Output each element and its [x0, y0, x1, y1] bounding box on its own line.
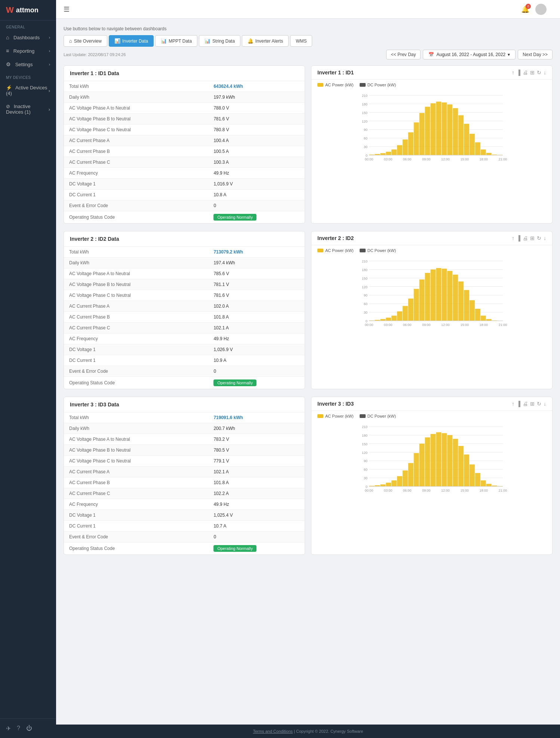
row-value: 1,016.9 V	[208, 179, 305, 190]
inverter-section-3: Inverter 3 : ID3 Data Total kWh 719091.6…	[64, 397, 553, 555]
active-devices-icon: ⚡	[6, 85, 12, 90]
svg-text:210: 210	[362, 259, 367, 263]
svg-rect-70	[397, 311, 402, 321]
chart-header-inv1: Inverter 1 : ID1 ↑ ▐ 🖨 ⊞ ↻ ↓	[311, 66, 552, 80]
inverter-data-icon: 📊	[114, 38, 120, 44]
btn-mppt-data[interactable]: 📊 MPPT Data	[155, 35, 197, 47]
row-label: AC Current Phase A	[64, 135, 208, 146]
chevron-settings: ›	[49, 62, 50, 67]
svg-rect-133	[475, 473, 480, 486]
chart-refresh-icon[interactable]: ↻	[537, 70, 541, 76]
chart-title-inv2: Inverter 2 : ID2	[317, 235, 354, 241]
chart-bar-icon[interactable]: ▐	[517, 235, 520, 241]
row-label: AC Voltage Phase C to Neutral	[64, 456, 208, 467]
btn-inverter-data[interactable]: 📊 Inverter Data	[109, 35, 154, 47]
chart-grid-icon[interactable]: ⊞	[530, 70, 535, 76]
legend-ac-label: AC Power (kW)	[325, 248, 354, 253]
sidebar-item-dashboards[interactable]: ⌂ Dashboards ›	[0, 31, 56, 44]
svg-text:12:00: 12:00	[441, 489, 450, 492]
logo: W attmon	[0, 0, 56, 21]
row-label: AC Voltage Phase B to Neutral	[64, 279, 208, 290]
data-table-inv2: Total kWh 713079.2 kWh Daily kWh 197.4 k…	[64, 247, 305, 389]
chart-grid-icon[interactable]: ⊞	[530, 401, 535, 407]
row-label: Daily kWh	[64, 258, 208, 268]
svg-rect-84	[475, 309, 480, 321]
chart-upload-icon[interactable]: ↑	[512, 70, 514, 76]
table-row: DC Voltage 1 1,026.9 V	[64, 344, 305, 355]
svg-rect-23	[408, 132, 413, 155]
chart-grid-icon[interactable]: ⊞	[530, 235, 535, 241]
btn-wms[interactable]: WMS	[290, 35, 312, 47]
prev-day-button[interactable]: << Prev Day	[386, 50, 421, 59]
svg-text:21:00: 21:00	[499, 489, 507, 492]
table-row: Event & Error Code 0	[64, 532, 305, 542]
sidebar-item-active-devices[interactable]: ⚡ Active Devices (4) ›	[0, 81, 56, 100]
table-row: AC Voltage Phase A to Neutral 785.6 V	[64, 268, 305, 279]
svg-text:18:00: 18:00	[480, 157, 488, 161]
sidebar-item-reporting[interactable]: ≡ Reporting ›	[0, 44, 56, 58]
table-row: Daily kWh 197.4 kWh	[64, 258, 305, 268]
chart-print-icon[interactable]: 🖨	[523, 235, 528, 241]
chart-print-icon[interactable]: 🖨	[523, 70, 528, 76]
row-label: Daily kWh	[64, 423, 208, 434]
row-label: AC Current Phase A	[64, 301, 208, 312]
row-label: Daily kWh	[64, 92, 208, 103]
chart-refresh-icon[interactable]: ↻	[537, 401, 541, 407]
chart-refresh-icon[interactable]: ↻	[537, 235, 541, 241]
legend-dc-color	[360, 414, 366, 418]
chart-download-icon[interactable]: ↓	[544, 235, 546, 241]
table-row: AC Voltage Phase C to Neutral 780.8 V	[64, 124, 305, 135]
row-value: 779.1 V	[208, 456, 305, 467]
chevron-reporting: ›	[49, 49, 50, 53]
row-value: 785.6 V	[208, 268, 305, 279]
svg-rect-73	[414, 289, 419, 321]
btn-site-overview[interactable]: ⌂ Site Overview	[64, 35, 107, 47]
table-row: AC Current Phase B 101.8 A	[64, 477, 305, 488]
btn-mppt-data-label: MPPT Data	[169, 39, 192, 44]
chart-upload-icon[interactable]: ↑	[512, 401, 514, 407]
row-label: Total kWh	[64, 247, 208, 258]
notification-bell[interactable]: 🔔 0	[521, 5, 529, 13]
help-icon[interactable]: ?	[17, 725, 20, 732]
chart-bar-icon[interactable]: ▐	[517, 70, 520, 76]
table-row: Operating Status Code Operating Normally	[64, 542, 305, 555]
send-icon[interactable]: ✈	[6, 725, 11, 732]
table-row: DC Current 1 10.7 A	[64, 521, 305, 532]
bold-value: 719091.6 kWh	[213, 415, 243, 420]
hamburger-button[interactable]: ☰	[64, 5, 70, 13]
date-dropdown-icon: ▾	[508, 52, 510, 57]
svg-text:120: 120	[362, 285, 367, 289]
sidebar-item-settings[interactable]: ⚙ Settings ›	[0, 58, 56, 71]
svg-rect-67	[380, 319, 385, 321]
svg-rect-83	[470, 300, 475, 321]
next-day-button[interactable]: Next Day >>	[518, 50, 553, 59]
footer-terms-link[interactable]: Terms and Conditions	[253, 729, 293, 734]
svg-rect-122	[414, 453, 419, 486]
table-row: DC Voltage 1 1,016.9 V	[64, 179, 305, 190]
row-value: 781.6 V	[208, 114, 305, 124]
chart-download-icon[interactable]: ↓	[544, 70, 546, 76]
table-row: Total kWh 719091.6 kWh	[64, 412, 305, 423]
power-icon[interactable]: ⏻	[26, 725, 32, 732]
data-table-inv1: Total kWh 643624.4 kWh Daily kWh 197.9 k…	[64, 81, 305, 223]
btn-string-data[interactable]: 📊 String Data	[199, 35, 240, 47]
date-display[interactable]: 📅 August 16, 2022 - August 16, 2022 ▾	[423, 50, 516, 59]
sidebar-item-inactive-devices[interactable]: ⊘ Inactive Devices (1) ›	[0, 100, 56, 119]
chart-download-icon[interactable]: ↓	[544, 401, 546, 407]
row-value: Operating Normally	[208, 377, 305, 389]
btn-inverter-alerts[interactable]: 🔔 Inverter Alerts	[242, 35, 289, 47]
string-icon: 📊	[204, 38, 210, 44]
row-label: Operating Status Code	[64, 542, 208, 555]
chart-upload-icon[interactable]: ↑	[512, 235, 514, 241]
chart-bar-icon[interactable]: ▐	[517, 401, 520, 407]
svg-text:30: 30	[364, 476, 367, 480]
chart-print-icon[interactable]: 🖨	[523, 401, 528, 407]
svg-text:0: 0	[366, 485, 367, 489]
chart-card-inv1: Inverter 1 : ID1 ↑ ▐ 🖨 ⊞ ↻ ↓ AC Power (k…	[311, 65, 553, 224]
row-label: DC Current 1	[64, 190, 208, 200]
general-section-label: GENERAL	[0, 21, 56, 31]
svg-text:210: 210	[362, 425, 367, 429]
calendar-icon: 📅	[428, 52, 434, 57]
row-label: AC Voltage Phase B to Neutral	[64, 445, 208, 456]
svg-text:12:00: 12:00	[441, 323, 450, 327]
